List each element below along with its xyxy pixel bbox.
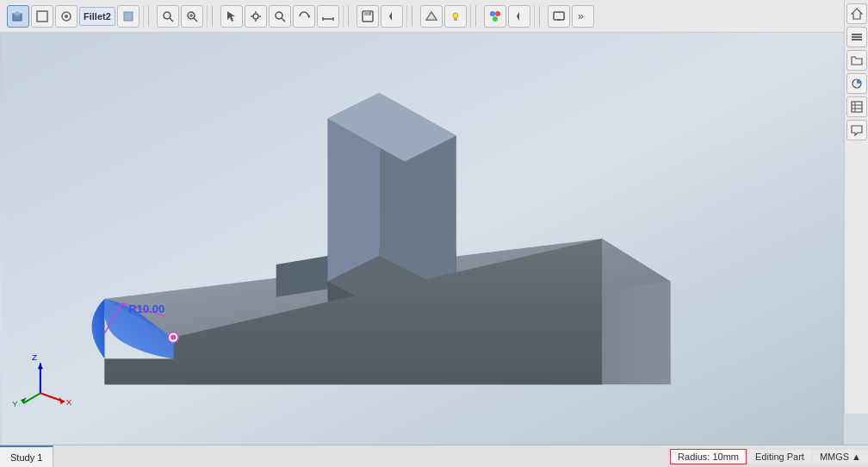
right-panel (844, 0, 868, 414)
statusbar: Study 1 Radius: 10mm Editing Part MMGS ▲ (0, 445, 868, 467)
status-radius: Radius: 10mm (670, 449, 747, 464)
svg-text:X: X (66, 397, 72, 407)
svg-rect-5 (124, 12, 133, 21)
search-icon[interactable] (157, 5, 179, 28)
svg-point-13 (253, 14, 258, 19)
svg-rect-37 (852, 36, 862, 38)
svg-text:Y: Y (12, 399, 18, 408)
color-chevron-icon[interactable] (508, 5, 530, 28)
toolbar-screen-group: » (544, 5, 598, 28)
svg-rect-22 (369, 11, 371, 15)
study-tab[interactable]: Study 1 (0, 445, 53, 467)
select-arrow-icon[interactable] (220, 5, 243, 28)
svg-rect-40 (852, 102, 862, 112)
3d-model-icon[interactable] (7, 5, 29, 28)
undo-dropdown-icon[interactable] (381, 5, 403, 28)
svg-line-7 (170, 18, 173, 22)
display-icon[interactable] (420, 5, 443, 28)
svg-rect-36 (852, 34, 862, 35)
right-panel-table-btn[interactable] (846, 97, 867, 117)
feature-options-icon[interactable] (117, 5, 140, 28)
toolbar-view-group (153, 5, 208, 28)
toolbar-file-group (353, 5, 407, 28)
rotate-icon[interactable] (293, 5, 315, 28)
sketch-icon[interactable] (31, 5, 53, 28)
svg-marker-16 (308, 15, 310, 18)
svg-point-26 (453, 13, 458, 18)
assembly-icon[interactable] (55, 5, 78, 28)
svg-text:»: » (578, 10, 584, 22)
svg-marker-12 (227, 11, 235, 22)
fillet-center-dot (170, 335, 176, 340)
fillet-radius-text: R10.00 (128, 302, 164, 315)
feature-name-label: Fillet2 (79, 7, 115, 26)
svg-line-15 (282, 18, 285, 22)
toolbar-color-group (480, 5, 535, 28)
zoom-fit-icon[interactable] (181, 5, 203, 28)
measure-icon[interactable] (317, 5, 339, 28)
svg-point-6 (164, 12, 170, 19)
lights-icon[interactable] (444, 5, 467, 28)
svg-rect-27 (454, 18, 457, 21)
svg-point-14 (276, 12, 282, 19)
svg-rect-32 (554, 12, 564, 20)
toolbar-display-group (417, 5, 471, 28)
toolbar-nav-group (217, 5, 344, 28)
status-editing: Editing Part (748, 450, 811, 464)
toolbar: Fillet2 (0, 0, 868, 33)
3d-model-svg: R10.00 Z X Y (0, 33, 844, 445)
svg-point-30 (493, 16, 498, 22)
svg-point-28 (490, 11, 495, 16)
toolbar-more-icon[interactable]: » (572, 5, 594, 28)
svg-rect-38 (852, 39, 862, 40)
units-label: MMGS (820, 451, 849, 462)
svg-line-9 (194, 18, 197, 22)
svg-rect-2 (37, 11, 47, 22)
appearance-icon[interactable] (484, 5, 506, 28)
save-icon[interactable] (356, 5, 379, 28)
status-units: MMGS ▲ (813, 450, 868, 464)
right-panel-home-btn[interactable] (846, 3, 867, 24)
viewport[interactable]: R10.00 Z X Y (0, 33, 844, 445)
units-arrow-icon[interactable]: ▲ (852, 451, 861, 462)
svg-point-29 (495, 11, 500, 16)
svg-marker-23 (389, 12, 392, 21)
right-panel-layers-btn[interactable] (846, 27, 867, 47)
right-panel-folder-btn[interactable] (846, 50, 867, 71)
svg-marker-35 (852, 9, 862, 19)
screen-icon[interactable] (548, 5, 570, 28)
pan-icon[interactable] (245, 5, 267, 28)
svg-text:Z: Z (32, 352, 37, 362)
svg-marker-25 (426, 12, 437, 20)
svg-marker-31 (517, 12, 519, 21)
toolbar-feature-group: Fillet2 (3, 5, 144, 28)
zoom-icon[interactable] (269, 5, 291, 28)
right-panel-pie-btn[interactable] (846, 73, 867, 94)
right-panel-chat-btn[interactable] (846, 120, 867, 140)
svg-point-4 (65, 15, 68, 18)
